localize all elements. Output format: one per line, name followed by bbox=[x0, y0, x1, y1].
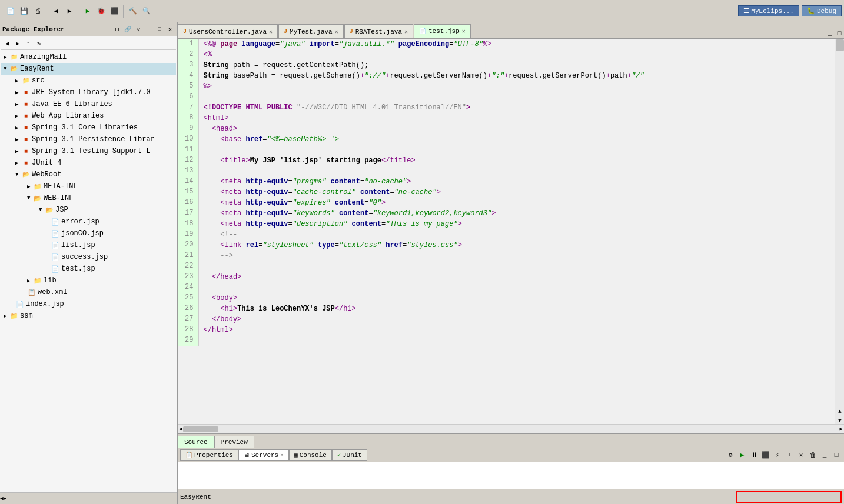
source-tab[interactable]: Source bbox=[178, 436, 214, 448]
back-button[interactable]: ◀ bbox=[49, 5, 62, 18]
maximize-panel-icon[interactable]: □ bbox=[155, 25, 164, 34]
tab-testjsp[interactable]: 📄 test.jsp ✕ bbox=[414, 24, 471, 38]
line-code-5[interactable]: %> bbox=[198, 81, 835, 92]
editor-maximize-icon[interactable]: □ bbox=[835, 29, 844, 38]
tree-back-icon[interactable]: ◀ bbox=[2, 39, 12, 48]
editor-content[interactable]: 1 <%@ page language="java" import="java.… bbox=[178, 39, 835, 424]
bottom-pause-icon[interactable]: ⏸ bbox=[749, 450, 759, 460]
line-code-16[interactable]: <meta http-equiv="expires" content="0"> bbox=[198, 198, 835, 208]
tree-item-test-jsp[interactable]: 📄 test.jsp bbox=[1, 263, 176, 275]
tree-item-index-jsp[interactable]: 📄 index.jsp bbox=[1, 298, 176, 310]
tree-item-ssm[interactable]: ▶ 📁 ssm bbox=[1, 310, 176, 322]
servers-close-icon[interactable]: ✕ bbox=[280, 452, 283, 458]
line-code-24[interactable] bbox=[198, 282, 835, 293]
editor-minimize-icon[interactable]: _ bbox=[825, 29, 835, 38]
line-code-21[interactable]: --> bbox=[198, 251, 835, 261]
tree-item-success-jsp[interactable]: 📄 success.jsp bbox=[1, 251, 176, 263]
search-button[interactable]: 🔍 bbox=[140, 5, 153, 18]
tree-item-easyrent[interactable]: ▼ 📂 EasyRent bbox=[1, 63, 176, 75]
collapse-all-icon[interactable]: ⊟ bbox=[112, 25, 122, 34]
scrollbar-thumb[interactable] bbox=[836, 39, 844, 51]
scroll-down-icon[interactable]: ▼ bbox=[835, 418, 844, 424]
save-button[interactable]: 💾 bbox=[18, 5, 31, 18]
line-code-14[interactable]: <meta http-equiv="pragma" content="no-ca… bbox=[198, 176, 835, 187]
line-code-7[interactable]: <!DOCTYPE HTML PUBLIC "-//W3C//DTD HTML … bbox=[198, 102, 835, 113]
line-code-6[interactable] bbox=[198, 92, 835, 102]
tree-item-error-jsp[interactable]: 📄 error.jsp bbox=[1, 216, 176, 228]
line-code-2[interactable]: <% bbox=[198, 49, 835, 60]
line-code-12[interactable]: <title>My JSP 'list.jsp' starting page</… bbox=[198, 155, 835, 166]
editor-scrollbar[interactable]: ▲ ▼ bbox=[835, 39, 844, 424]
view-menu-icon[interactable]: ▽ bbox=[134, 25, 143, 34]
line-code-8[interactable]: <html> bbox=[198, 113, 835, 124]
tree-item-javaee[interactable]: ▶ ■ Java EE 6 Libraries bbox=[1, 98, 176, 110]
tree-item-webapp[interactable]: ▶ ■ Web App Libraries bbox=[1, 110, 176, 122]
preview-tab[interactable]: Preview bbox=[214, 436, 254, 448]
line-code-20[interactable]: <link rel="stylesheet" type="text/css" h… bbox=[198, 240, 835, 251]
rsatest-close-icon[interactable]: ✕ bbox=[404, 28, 408, 35]
tab-mytest[interactable]: J MyTest.java ✕ bbox=[278, 24, 344, 38]
tree-refresh-icon[interactable]: ↻ bbox=[34, 39, 44, 48]
tree-item-amazingmall[interactable]: ▶ 📁 AmazingMall bbox=[1, 51, 176, 63]
bottom-settings-icon[interactable]: ⚙ bbox=[725, 450, 736, 460]
testjsp-close-icon[interactable]: ✕ bbox=[462, 28, 466, 35]
line-code-26[interactable]: <h1>This is LeoChenYX's JSP</h1> bbox=[198, 303, 835, 314]
line-code-22[interactable] bbox=[198, 261, 835, 272]
debug-button[interactable]: 🐞 bbox=[95, 5, 108, 18]
line-code-15[interactable]: <meta http-equiv="cache-control" content… bbox=[198, 187, 835, 198]
minimize-panel-icon[interactable]: _ bbox=[144, 25, 154, 34]
scroll-up-icon[interactable]: ▲ bbox=[835, 409, 844, 415]
tree-up-icon[interactable]: ↑ bbox=[24, 39, 33, 48]
line-code-4[interactable]: String basePath = request.getScheme()+":… bbox=[198, 71, 835, 81]
tree-item-spring-persistence[interactable]: ▶ ■ Spring 3.1 Persistence Librar bbox=[1, 133, 176, 145]
line-code-11[interactable] bbox=[198, 145, 835, 155]
line-code-1[interactable]: <%@ page language="java" import="java.ut… bbox=[198, 39, 835, 49]
tree-item-lib[interactable]: ▶ 📁 lib bbox=[1, 275, 176, 286]
tree-item-jre[interactable]: ▶ ■ JRE System Library [jdk1.7.0_ bbox=[1, 86, 176, 98]
editor-hscrollbar[interactable]: ◀ ▶ bbox=[178, 424, 844, 433]
line-code-19[interactable]: <!-- bbox=[198, 229, 835, 240]
tree-item-jsp-folder[interactable]: ▼ 📂 JSP bbox=[1, 204, 176, 216]
bottom-expand-icon[interactable]: □ bbox=[831, 450, 842, 460]
line-code-10[interactable]: <base href="<%=basePath%> '> bbox=[198, 134, 835, 145]
hscroll-right-icon[interactable]: ▶ bbox=[839, 426, 844, 432]
tree-item-junit[interactable]: ▶ ■ JUnit 4 bbox=[1, 157, 176, 169]
build-button[interactable]: 🔨 bbox=[127, 5, 139, 18]
line-code-28[interactable]: </html> bbox=[198, 325, 835, 335]
userscontroller-close-icon[interactable]: ✕ bbox=[269, 28, 273, 35]
tree-item-src[interactable]: ▶ 📁 src bbox=[1, 75, 176, 86]
run-button[interactable]: ▶ bbox=[81, 5, 94, 18]
bottom-disconnect-icon[interactable]: ⚡ bbox=[772, 450, 783, 460]
forward-button[interactable]: ▶ bbox=[63, 5, 76, 18]
stop-button[interactable]: ⬛ bbox=[108, 5, 121, 18]
hscrollbar-thumb[interactable] bbox=[183, 426, 218, 432]
bottom-start-icon[interactable]: ▶ bbox=[737, 450, 747, 460]
tree-item-meta-inf[interactable]: ▶ 📁 META-INF bbox=[1, 181, 176, 192]
print-button[interactable]: 🖨 bbox=[31, 5, 44, 18]
line-code-13[interactable] bbox=[198, 166, 835, 176]
tree-item-webroot[interactable]: ▼ 📂 WebRoot bbox=[1, 169, 176, 181]
tree-item-web-inf[interactable]: ▼ 📂 WEB-INF bbox=[1, 192, 176, 204]
line-code-25[interactable]: <body> bbox=[198, 293, 835, 303]
myeclipse-perspective[interactable]: ☰ MyEclips... bbox=[738, 5, 799, 16]
console-tab[interactable]: ▦ Console bbox=[289, 449, 332, 461]
debug-perspective[interactable]: 🐛 Debug bbox=[802, 5, 842, 16]
junit-tab[interactable]: ✓ JUnit bbox=[332, 449, 367, 461]
tree-item-list-jsp[interactable]: 📄 list.jsp bbox=[1, 239, 176, 251]
line-code-9[interactable]: <head> bbox=[198, 124, 835, 134]
tree-item-jsonco-jsp[interactable]: 📄 jsonCO.jsp bbox=[1, 228, 176, 239]
tree-forward-icon[interactable]: ▶ bbox=[13, 39, 22, 48]
line-code-29[interactable] bbox=[198, 335, 835, 346]
bottom-add-icon[interactable]: + bbox=[784, 450, 795, 460]
new-button[interactable]: 📄 bbox=[4, 5, 17, 18]
bottom-clear-icon[interactable]: 🗑 bbox=[808, 450, 818, 460]
servers-tab[interactable]: 🖥 Servers ✕ bbox=[238, 449, 289, 461]
properties-tab[interactable]: 📋 Properties bbox=[180, 449, 238, 461]
tree-item-spring-testing[interactable]: ▶ ■ Spring 3.1 Testing Support L bbox=[1, 145, 176, 157]
tab-userscontroller[interactable]: J UsersController.java ✕ bbox=[178, 24, 278, 38]
tree-item-spring-core[interactable]: ▶ ■ Spring 3.1 Core Libraries bbox=[1, 122, 176, 133]
line-code-3[interactable]: String path = request.getContextPath(); bbox=[198, 60, 835, 71]
bottom-minimize-icon[interactable]: _ bbox=[819, 450, 830, 460]
tab-rsatest[interactable]: J RSATest.java ✕ bbox=[344, 24, 413, 38]
line-code-27[interactable]: </body> bbox=[198, 314, 835, 325]
